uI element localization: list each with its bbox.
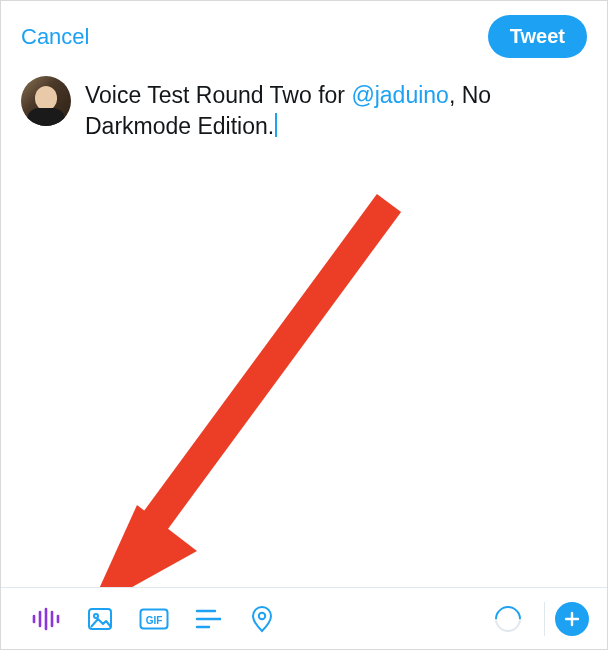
compose-toolbar: GIF bbox=[1, 587, 607, 649]
add-tweet-button[interactable] bbox=[555, 602, 589, 636]
voice-tweet-button[interactable] bbox=[19, 595, 73, 643]
svg-point-8 bbox=[94, 614, 98, 618]
svg-text:GIF: GIF bbox=[146, 614, 163, 625]
svg-point-14 bbox=[259, 612, 265, 618]
tweet-text-input[interactable]: Voice Test Round Two for @jaduino, No Da… bbox=[85, 76, 587, 142]
poll-icon bbox=[195, 607, 221, 631]
compose-header: Cancel Tweet bbox=[1, 1, 607, 66]
gif-icon: GIF bbox=[139, 608, 169, 630]
avatar bbox=[21, 76, 71, 126]
text-caret bbox=[275, 113, 277, 137]
add-poll-button[interactable] bbox=[181, 595, 235, 643]
cancel-button[interactable]: Cancel bbox=[21, 24, 89, 50]
character-count-ring-icon bbox=[490, 600, 527, 637]
character-count bbox=[484, 595, 532, 643]
mention-link[interactable]: @jaduino bbox=[351, 82, 449, 108]
add-location-button[interactable] bbox=[235, 595, 289, 643]
toolbar-divider bbox=[544, 602, 545, 636]
add-gif-button[interactable]: GIF bbox=[127, 595, 181, 643]
plus-icon bbox=[563, 610, 581, 628]
voice-wave-icon bbox=[31, 607, 61, 631]
compose-area: Voice Test Round Two for @jaduino, No Da… bbox=[1, 66, 607, 142]
svg-line-0 bbox=[139, 203, 389, 543]
add-image-button[interactable] bbox=[73, 595, 127, 643]
tweet-text-part: Voice Test Round Two for bbox=[85, 82, 351, 108]
tweet-button[interactable]: Tweet bbox=[488, 15, 587, 58]
image-icon bbox=[86, 605, 114, 633]
annotation-arrow bbox=[89, 193, 409, 613]
location-pin-icon bbox=[251, 605, 273, 633]
